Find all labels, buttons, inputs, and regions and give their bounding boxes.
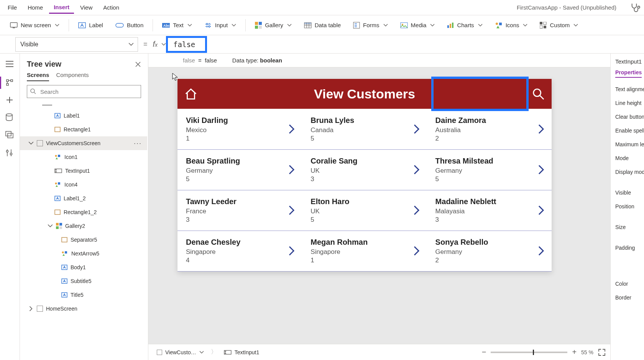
prop-visible[interactable]: Visible [615,186,644,200]
fx-icon[interactable]: fx [153,40,159,49]
tree-item-rectangle1_2[interactable]: Rectangle1_2 [20,205,147,219]
hamburger-icon[interactable] [5,61,15,70]
fit-to-window-icon[interactable] [598,349,606,356]
tree-item-icon4[interactable]: Icon4 [20,178,147,191]
insert-gallery-button[interactable]: Gallery [250,20,296,31]
more-icon[interactable]: ··· [134,139,142,147]
prop-color[interactable]: Color [615,277,644,291]
insert-label-button[interactable]: Label [74,20,108,31]
tree-item-rectangle1[interactable]: Rectangle1 [20,123,147,136]
customer-cell[interactable]: Viki DarlingMexico1 [177,109,302,150]
insert-input-button[interactable]: Input [200,20,241,31]
close-panel-icon[interactable] [135,61,141,67]
menu-home[interactable]: Home [23,2,48,13]
customer-cell[interactable]: Bruna LylesCanada5 [302,109,427,150]
next-arrow-icon[interactable] [538,205,545,216]
zoom-in-button[interactable]: + [572,348,577,357]
prop-border[interactable]: Border [615,291,644,304]
insert-button-button[interactable]: Button [111,20,148,31]
search-icon[interactable] [531,87,545,101]
app-checker-icon[interactable] [630,2,641,13]
zoom-out-button[interactable]: − [482,348,486,357]
next-arrow-icon[interactable] [288,124,295,134]
next-arrow-icon[interactable] [413,205,420,216]
customer-cell[interactable]: Beau SpratlingGermany5 [177,150,302,190]
insert-forms-button[interactable]: Forms [348,20,393,31]
prop-position[interactable]: Position [615,200,644,213]
canvas[interactable]: View Customers Viki DarlingMexico1Bruna … [148,67,610,344]
breadcrumb-screen[interactable]: ViewCusto… [153,348,208,357]
insert-media-button[interactable]: Media [396,20,440,31]
formula-input[interactable]: false [166,36,207,53]
ribbon-divider [69,19,69,31]
prop-maximum-length[interactable]: Maximum le [615,137,644,151]
menu-view[interactable]: View [76,2,97,13]
next-arrow-icon[interactable] [413,164,420,175]
tree-view-icon[interactable] [5,78,15,87]
prop-size[interactable]: Size [615,220,644,234]
next-arrow-icon[interactable] [413,124,420,134]
next-arrow-icon[interactable] [288,164,295,175]
data-icon[interactable] [5,113,15,123]
tree-item-label1[interactable]: Label1 [20,109,147,123]
tree-item-title5[interactable]: Title5 [20,288,147,302]
insert-icon[interactable] [5,96,15,105]
prop-text-alignment[interactable]: Text alignme [615,82,644,96]
screen-checkbox[interactable] [37,306,43,312]
prop-line-height[interactable]: Line height [615,96,644,110]
next-arrow-icon[interactable] [538,164,545,175]
customer-cell[interactable]: Elton HaroUK5 [302,190,427,231]
prop-enable-spell[interactable]: Enable spell [615,124,644,137]
tree-item-gallery2[interactable]: Gallery2 [20,219,147,233]
tree-item-body1[interactable]: Body1 [20,260,147,274]
next-arrow-icon[interactable] [413,245,420,256]
next-arrow-icon[interactable] [538,124,545,134]
tree-item-nextarrow5[interactable]: NextArrow5 [20,247,147,260]
breadcrumb-control[interactable]: TextInput1 [220,348,263,357]
insert-custom-button[interactable]: Custom [535,20,583,31]
menu-action[interactable]: Action [99,2,124,13]
tree-item-viewcustomersscreen[interactable]: ViewCustomersScreen ··· [20,136,147,150]
prop-padding[interactable]: Padding [615,241,644,255]
tree-item-separator5[interactable]: Separator5 [20,233,147,247]
media-rail-icon[interactable] [5,131,15,140]
next-arrow-icon[interactable] [538,245,545,256]
tab-components[interactable]: Components [56,72,89,81]
customer-cell[interactable]: Sonya RebelloGermany2 [427,231,552,272]
prop-mode[interactable]: Mode [615,151,644,165]
insert-charts-button[interactable]: Charts [442,20,487,31]
next-arrow-icon[interactable] [288,245,295,256]
insert-icons-button[interactable]: Icons [490,20,532,31]
tree-item-textinput1[interactable]: TextInput1 [20,164,147,178]
insert-datatable-button[interactable]: Data table [299,20,345,31]
insert-text-button[interactable]: Abc Text [158,20,197,31]
customer-cell[interactable]: Daine ZamoraAustralia2 [427,109,552,150]
menu-insert[interactable]: Insert [49,2,74,14]
tree-item-homescreen[interactable]: HomeScreen [20,302,147,316]
new-screen-button[interactable]: New screen [5,20,64,31]
tree-item-icon1[interactable]: Icon1 [20,150,147,164]
advanced-tools-icon[interactable] [5,149,15,158]
selected-control-outline[interactable] [431,77,529,111]
properties-tab[interactable]: Properties [615,69,642,78]
screen-checkbox[interactable] [37,140,43,146]
prop-display-mode[interactable]: Display mod [615,165,644,179]
zoom-slider[interactable] [491,352,567,353]
next-arrow-icon[interactable] [288,205,295,216]
customer-cell[interactable]: Megan RohmanSingapore1 [302,231,427,272]
collapse-handle[interactable] [42,105,52,106]
tree-search-input[interactable] [27,85,141,98]
customer-cell[interactable]: Tawny LeederFrance3 [177,190,302,231]
customer-cell[interactable]: Coralie SangUK3 [302,150,427,190]
customer-cell[interactable]: Madaline NeblettMalayasia3 [427,190,552,231]
tree-item-subtitle5[interactable]: Subtitle5 [20,274,147,288]
tree-item-label1_2[interactable]: Label1_2 [20,191,147,205]
menu-file[interactable]: File [3,2,21,13]
customer-cell[interactable]: Denae ChesleySingapore4 [177,231,302,272]
property-dropdown[interactable]: Visible [15,37,138,52]
chevron-down-icon[interactable] [161,42,166,47]
prop-clear-button[interactable]: Clear button [615,110,644,124]
tab-screens[interactable]: Screens [27,72,49,81]
customer-cell[interactable]: Thresa MilsteadGermany5 [427,150,552,190]
home-icon[interactable] [184,87,198,101]
